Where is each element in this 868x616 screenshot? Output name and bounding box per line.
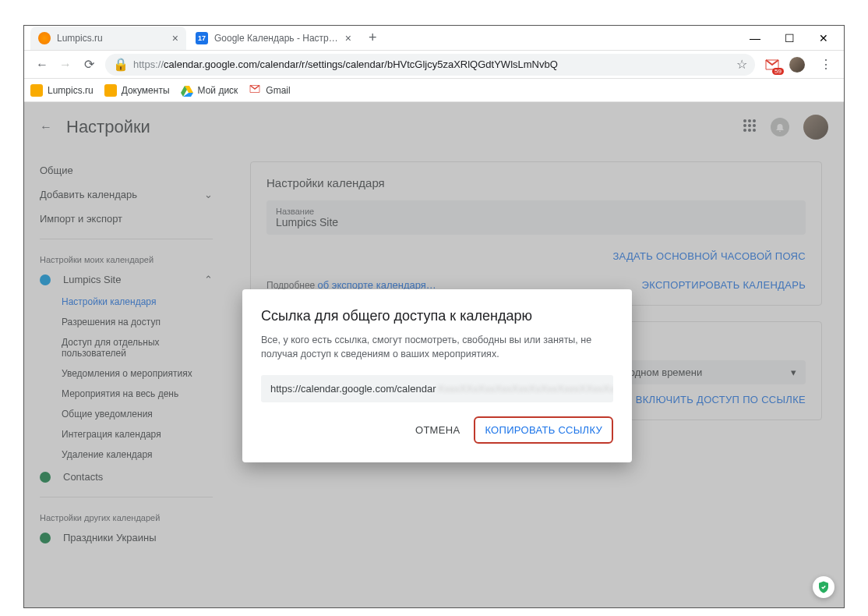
browser-addressbar: ← → ⟳ 🔒 https://calendar.google.com/cale… bbox=[24, 51, 844, 79]
bookmark-gmail[interactable]: Gmail bbox=[249, 84, 290, 97]
star-icon[interactable]: ☆ bbox=[736, 57, 747, 72]
tab-title: Google Календарь - Настройки bbox=[214, 33, 339, 44]
gmail-badge: 59 bbox=[772, 68, 784, 75]
nav-reload-icon[interactable]: ⟳ bbox=[77, 53, 101, 76]
favicon-calendar: 17 bbox=[196, 32, 208, 44]
share-url-field[interactable]: https://calendar.google.com/calendarXxxx… bbox=[261, 375, 613, 402]
security-shield-icon[interactable] bbox=[813, 576, 834, 598]
window-maximize[interactable]: ☐ bbox=[772, 27, 806, 50]
gmail-ext-icon[interactable]: 59 bbox=[764, 57, 780, 73]
profile-avatar-icon[interactable] bbox=[789, 57, 805, 73]
gmail-icon bbox=[249, 84, 261, 97]
dialog-title: Ссылка для общего доступа к календарю bbox=[261, 308, 613, 324]
bookmark-lumpics[interactable]: Lumpics.ru bbox=[30, 84, 94, 97]
drive-icon bbox=[181, 84, 193, 97]
window-minimize[interactable]: — bbox=[738, 27, 772, 50]
browser-tab[interactable]: 17 Google Календарь - Настройки × bbox=[188, 27, 359, 50]
share-link-dialog: Ссылка для общего доступа к календарю Вс… bbox=[242, 289, 632, 462]
new-tab-button[interactable]: + bbox=[361, 30, 385, 46]
browser-titlebar: Lumpics.ru × 17 Google Календарь - Настр… bbox=[24, 26, 844, 51]
browser-menu-icon[interactable]: ⋮ bbox=[814, 53, 838, 76]
nav-back-icon[interactable]: ← bbox=[30, 53, 54, 76]
omnibox[interactable]: 🔒 https://calendar.google.com/calendar/r… bbox=[105, 54, 755, 76]
bookmarks-bar: Lumpics.ru Документы Мой диск Gmail bbox=[24, 79, 844, 102]
bookmark-documents[interactable]: Документы bbox=[104, 84, 170, 97]
bookmark-drive[interactable]: Мой диск bbox=[181, 84, 238, 97]
copy-link-button[interactable]: КОПИРОВАТЬ ССЫЛКУ bbox=[474, 416, 613, 444]
close-tab-icon[interactable]: × bbox=[172, 32, 178, 44]
favicon-lumpics bbox=[38, 32, 51, 44]
cancel-button[interactable]: ОТМЕНА bbox=[406, 418, 469, 442]
browser-tab[interactable]: Lumpics.ru × bbox=[30, 27, 186, 50]
tab-title: Lumpics.ru bbox=[57, 33, 166, 44]
url-text: https://calendar.google.com/calendar/r/s… bbox=[133, 58, 558, 70]
lock-icon: 🔒 bbox=[113, 57, 129, 72]
window-close[interactable]: ✕ bbox=[806, 27, 841, 50]
dialog-description: Все, у кого есть ссылка, смогут посмотре… bbox=[261, 334, 613, 361]
nav-forward-icon[interactable]: → bbox=[54, 53, 77, 76]
close-tab-icon[interactable]: × bbox=[345, 32, 351, 44]
